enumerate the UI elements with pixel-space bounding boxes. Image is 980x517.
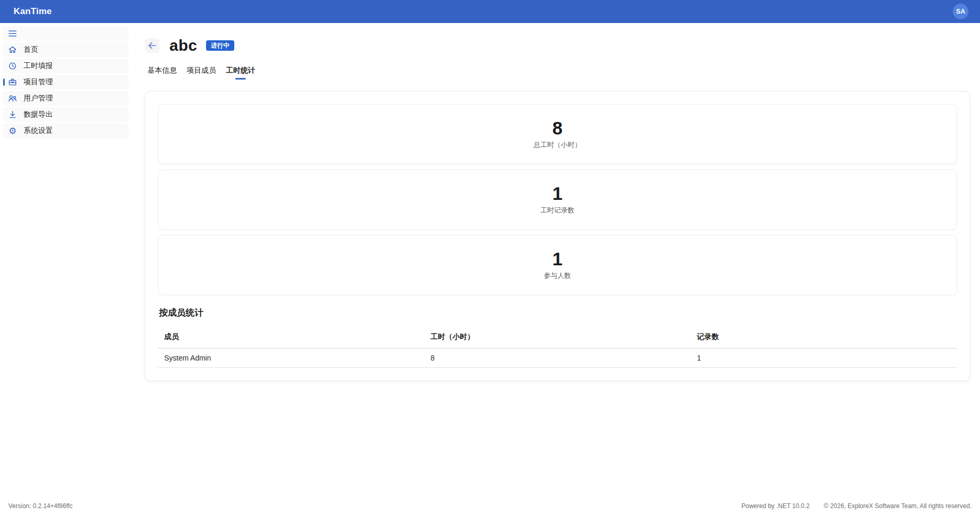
active-indicator — [3, 78, 5, 86]
table-header-row: 成员 工时（小时） 记录数 — [158, 326, 957, 349]
sidebar-item-settings[interactable]: ⚙ 系统设置 — [3, 123, 129, 138]
sidebar-item-export[interactable]: 数据导出 — [3, 107, 129, 122]
hamburger-icon — [7, 28, 18, 39]
tab-time-stats[interactable]: 工时统计 — [225, 63, 256, 81]
stat-label: 参与人数 — [544, 271, 571, 280]
sidebar-item-label: 项目管理 — [24, 77, 53, 87]
stats-panel: 8 总工时（小时） 1 工时记录数 1 参与人数 按成员统计 成员 工时（小时）… — [145, 91, 970, 381]
member-stats-table: 成员 工时（小时） 记录数 System Admin 8 1 — [158, 326, 957, 368]
tab-basic-info[interactable]: 基本信息 — [146, 63, 178, 81]
copyright-text: © 2026, ExploreX Software Team, All righ… — [824, 502, 972, 510]
tab-project-members[interactable]: 项目成员 — [186, 63, 217, 81]
page-title: abc — [169, 37, 197, 54]
stat-value: 8 — [552, 119, 562, 138]
clock-icon — [7, 61, 18, 71]
top-app-bar: KanTime SA — [0, 0, 980, 23]
sidebar-item-label: 系统设置 — [24, 126, 53, 136]
arrow-left-icon — [147, 40, 157, 51]
tab-bar: 基本信息 项目成员 工时统计 — [145, 63, 970, 81]
member-stats-heading: 按成员统计 — [158, 307, 957, 319]
sidebar-item-label: 数据导出 — [24, 110, 53, 119]
stat-card-record-count: 1 工时记录数 — [158, 170, 957, 230]
stat-value: 1 — [552, 184, 562, 204]
status-badge: 进行中 — [206, 40, 234, 51]
stat-card-total-hours: 8 总工时（小时） — [158, 104, 957, 164]
sidebar-item-home[interactable]: 首页 — [3, 42, 129, 57]
sidebar-item-projects[interactable]: 项目管理 — [3, 75, 129, 89]
column-header-hours: 工时（小时） — [424, 326, 690, 349]
home-icon — [7, 44, 18, 55]
sidebar-nav: 首页 工时填报 项目管理 用户管理 数据导出 ⚙ 系统设置 — [0, 23, 131, 494]
gear-icon: ⚙ — [7, 126, 18, 136]
table-row: System Admin 8 1 — [158, 349, 957, 368]
stat-label: 工时记录数 — [541, 206, 575, 215]
cell-hours: 8 — [424, 349, 690, 368]
stat-card-participants: 1 参与人数 — [158, 235, 957, 295]
main-content: abc 进行中 基本信息 项目成员 工时统计 8 总工时（小时） 1 工时记录数… — [131, 23, 980, 381]
cell-records: 1 — [691, 349, 957, 368]
briefcase-icon — [7, 77, 18, 87]
page-header: abc 进行中 — [145, 35, 970, 57]
sidebar-item-users[interactable]: 用户管理 — [3, 91, 129, 106]
sidebar-item-label: 用户管理 — [24, 94, 53, 103]
people-icon — [7, 93, 18, 104]
sidebar-item-label: 首页 — [24, 45, 38, 54]
user-avatar[interactable]: SA — [953, 4, 968, 19]
back-button[interactable] — [145, 38, 159, 53]
column-header-records: 记录数 — [691, 326, 957, 349]
cell-member-name: System Admin — [158, 349, 424, 368]
version-text: Version: 0.2.14+4f86ffc — [8, 502, 73, 510]
download-icon — [7, 109, 18, 120]
sidebar-item-label: 工时填报 — [24, 61, 53, 71]
powered-by-text: Powered by .NET 10.0.2 — [742, 502, 810, 510]
stat-label: 总工时（小时） — [534, 140, 582, 150]
app-brand: KanTime — [14, 6, 52, 17]
sidebar-item-timesheet[interactable]: 工时填报 — [3, 59, 129, 73]
sidebar-toggle-button[interactable] — [3, 26, 129, 41]
stat-value: 1 — [552, 250, 562, 269]
column-header-member: 成员 — [158, 326, 424, 349]
app-footer: Version: 0.2.14+4f86ffc Powered by .NET … — [0, 494, 980, 517]
